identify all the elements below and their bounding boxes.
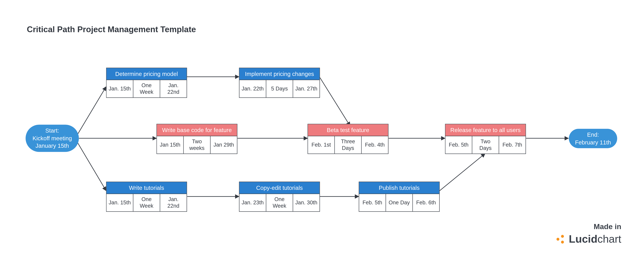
edge (77, 142, 106, 191)
start-line3: January 15th (36, 142, 69, 150)
edge (77, 87, 106, 135)
task-start: Jan. 15th (106, 194, 133, 211)
task-end: Jan. 30th (293, 194, 320, 211)
task-end: Jan. 27th (293, 80, 320, 98)
task-duration: Three Days (334, 136, 361, 154)
task-base-code: Write base code for feature Jan 15th Two… (156, 124, 238, 154)
task-publish-tutorials: Publish tutorials Feb. 5th One Day Feb. … (359, 182, 440, 212)
task-start: Jan. 22th (239, 80, 266, 98)
task-end: Feb. 7th (499, 136, 526, 154)
task-start: Jan 15th (157, 136, 183, 154)
branding: Made in Lucidchart (556, 222, 621, 246)
branding-product: Lucidchart (556, 233, 621, 246)
task-title: Implement pricing changes (239, 68, 320, 80)
task-start: Jan. 15th (106, 80, 133, 98)
edge (320, 78, 350, 126)
task-end: Jan. 22nd (160, 80, 187, 98)
end-node: End: February 11th (569, 129, 617, 148)
task-end: Feb. 4th (361, 136, 388, 154)
task-title: Determine pricing model (106, 68, 186, 80)
end-line2: February 11th (575, 138, 611, 146)
task-pricing-changes: Implement pricing changes Jan. 22th 5 Da… (239, 68, 320, 98)
branding-product-name: Lucidchart (569, 233, 621, 246)
task-duration: 5 Days (266, 80, 293, 98)
start-node: Start: Kickoff meeting January 15th (26, 125, 79, 152)
edge (440, 154, 485, 191)
task-duration: Two Days (472, 136, 499, 154)
task-write-tutorials: Write tutorials Jan. 15th One Week Jan. … (106, 182, 187, 212)
task-duration: One Week (266, 194, 293, 211)
task-duration: Two weeks (183, 136, 210, 154)
task-title: Publish tutorials (359, 182, 439, 194)
task-end: Jan 29th (210, 136, 237, 154)
task-pricing-model: Determine pricing model Jan. 15th One We… (106, 68, 187, 98)
start-line1: Start: (45, 126, 59, 134)
task-title: Beta test feature (308, 124, 388, 136)
task-title: Write tutorials (106, 182, 186, 194)
task-beta-test: Beta test feature Feb. 1st Three Days Fe… (308, 124, 388, 154)
branding-made-in: Made in (556, 222, 621, 231)
task-start: Jan. 23th (239, 194, 266, 211)
task-start: Feb. 5th (446, 136, 472, 154)
diagram-title: Critical Path Project Management Templat… (27, 25, 196, 34)
task-title: Release feature to all users (446, 124, 526, 136)
end-line1: End: (587, 131, 599, 138)
diagram-canvas: Critical Path Project Management Templat… (0, 0, 644, 258)
task-start: Feb. 1st (308, 136, 334, 154)
task-start: Feb. 5th (359, 194, 386, 211)
task-end: Feb. 6th (412, 194, 439, 211)
task-duration: One Week (133, 194, 160, 211)
task-title: Copy-edit tutorials (239, 182, 320, 194)
task-end: Jan. 22nd (160, 194, 187, 211)
task-copyedit-tutorials: Copy-edit tutorials Jan. 23th One Week J… (239, 182, 320, 212)
task-release: Release feature to all users Feb. 5th Tw… (445, 124, 526, 154)
lucidchart-logo-icon (556, 235, 566, 244)
task-duration: One Week (133, 80, 160, 98)
start-line2: Kickoff meeting (32, 134, 72, 142)
task-title: Write base code for feature (157, 124, 237, 136)
task-duration: One Day (386, 194, 412, 211)
